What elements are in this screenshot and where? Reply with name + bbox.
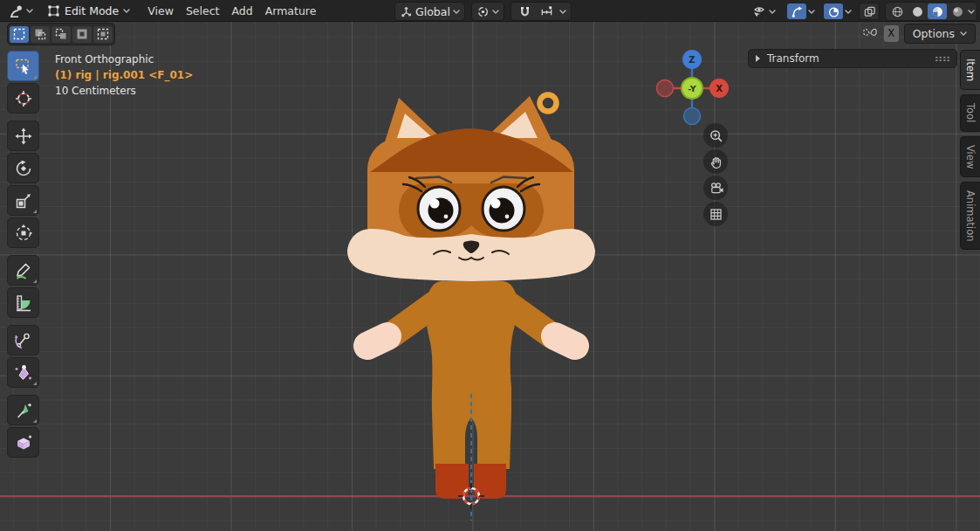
fox-hand-right [555,336,575,346]
cursor-tool-icon [14,89,33,108]
gizmo-axis-neg-y[interactable]: -Y [682,78,702,99]
orientation-label: Global [415,5,450,18]
transform-controls: Global [394,2,572,21]
bone-roll-icon [14,331,33,350]
tool-measure[interactable] [7,287,39,318]
svg-text:-Y: -Y [688,84,696,93]
grid-toggle-button[interactable] [703,202,728,226]
select-mode-group [7,23,115,45]
pivot-point-icon [476,5,490,18]
select-mode-invert[interactable] [72,26,92,43]
shading-wireframe-button[interactable] [887,3,907,19]
tab-animation[interactable]: Animation [960,182,980,251]
view-name-text: Front Orthographic [55,52,193,67]
bone-envelope-icon [14,363,33,383]
camera-view-button[interactable] [703,176,728,200]
fox-earring [540,95,557,112]
show-overlays-toggle[interactable] [824,3,843,19]
chevron-down-icon [123,9,130,13]
zoom-button[interactable] [703,123,728,148]
mirror-x-toggle[interactable]: X [884,25,899,42]
options-dropdown[interactable]: Options [904,24,976,44]
tool-rotate[interactable] [7,153,39,183]
tool-cursor[interactable] [7,83,39,114]
toolbar [7,51,39,458]
tab-item[interactable]: Item [960,50,980,90]
tool-roll[interactable] [7,325,39,355]
panel-drag-handle-icon[interactable] [935,56,949,62]
snap-proportional-group [511,2,572,21]
select-extend-icon [34,28,46,40]
gizmo-axis-z[interactable]: Z [682,50,702,69]
extrude-to-cursor-icon [14,401,33,420]
3d-viewport[interactable]: Front Orthographic (1) rig | rig.001 <F_… [0,21,980,531]
mode-selector[interactable]: Edit Mode [43,2,134,19]
tool-extrude[interactable] [7,395,39,425]
chevron-down-icon [769,10,776,14]
viewport-display-controls [747,2,977,21]
mode-label: Edit Mode [63,4,120,17]
tool-move[interactable] [7,121,39,151]
show-object-types-dropdown[interactable] [747,3,780,20]
chevron-down-icon [559,10,566,14]
chevron-down-icon [453,10,460,14]
rotate-icon [14,159,33,178]
select-invert-icon [76,28,88,40]
viewport-header: Edit Mode View Select Add Armature Globa… [0,0,980,22]
sidebar-tabs: Item Tool View Animation [960,50,980,250]
move-icon [14,127,33,146]
shading-material-button[interactable] [928,3,947,19]
menu-armature[interactable]: Armature [259,2,323,19]
orientation-dropdown[interactable]: Global [394,2,465,21]
snap-magnet-icon [518,5,531,18]
overlays-toggle-icon [827,5,840,18]
measure-icon [14,293,33,313]
shading-rendered-button[interactable] [948,3,967,19]
active-object-text: (1) rig | rig.001 <F_01> [55,67,193,83]
edit-mode-icon [47,4,60,17]
annotate-pencil-icon [14,261,33,280]
chevron-down-icon [26,9,33,13]
gizmo-axis-x[interactable]: X [709,79,729,98]
shading-solid-button[interactable] [908,3,927,19]
menu-add[interactable]: Add [225,2,258,19]
chevron-down-icon [492,10,499,14]
tool-select-box[interactable] [7,51,39,81]
extrude-box-icon [14,433,33,452]
select-box-icon [14,57,33,76]
select-mode-set[interactable] [10,26,29,43]
shading-material-icon [931,5,944,18]
chevron-down-icon [808,10,815,14]
select-set-icon [13,28,25,40]
proportional-editing-icon [540,5,553,18]
snap-toggle[interactable] [516,3,535,19]
select-mode-subtract[interactable] [51,26,71,43]
menu-view[interactable]: View [141,2,180,19]
gizmo-axis-neg-x[interactable] [657,80,674,97]
xray-toggle[interactable] [859,3,880,20]
tool-bone-envelope[interactable] [7,357,39,388]
tool-annotate[interactable] [7,255,39,286]
tool-transform[interactable] [7,217,39,248]
pivot-point-dropdown[interactable] [471,2,504,21]
select-subtract-icon [55,28,67,40]
tab-tool[interactable]: Tool [960,94,980,131]
show-gizmo-toggle[interactable] [787,3,806,19]
xray-toggle-icon [863,5,876,18]
gizmo-axis-neg-z[interactable] [684,108,701,125]
proportional-editing-toggle[interactable] [538,3,557,19]
tool-extrude-box[interactable] [7,427,39,458]
shading-modes [885,2,977,21]
zoom-icon [709,128,723,143]
pan-button[interactable] [703,149,728,174]
menu-select[interactable]: Select [180,2,226,19]
select-mode-extend[interactable] [31,26,50,43]
tab-view[interactable]: View [960,136,980,177]
transform-panel-header[interactable]: Transform [748,49,957,68]
tool-scale[interactable] [7,185,39,216]
editor-type-button[interactable] [4,2,38,19]
select-mode-intersect[interactable] [93,26,113,43]
select-intersect-icon [97,28,109,40]
navigation-gizmo[interactable]: Z X -Y [648,45,736,132]
mirror-butterfly-icon [861,25,879,41]
